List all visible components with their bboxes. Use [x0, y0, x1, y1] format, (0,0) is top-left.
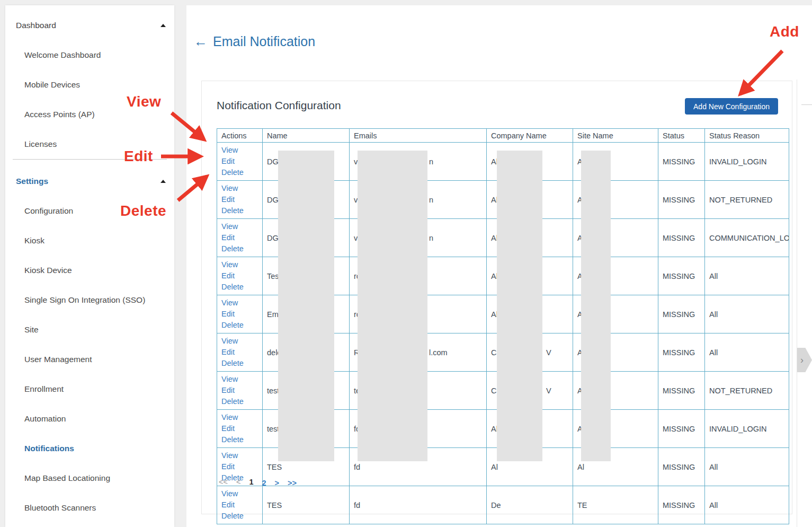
sidebar-section-label: Settings [16, 177, 48, 186]
status-reason-text: NOT_RETURNED [709, 387, 772, 395]
card-heading: Notification Configuration [217, 99, 341, 112]
sidebar-item-configuration[interactable]: Configuration [5, 196, 174, 226]
status-reason-cell: INVALID_LOGIN [705, 143, 789, 181]
view-link[interactable]: View [221, 488, 258, 499]
redaction-overlay-company [497, 151, 542, 461]
status-reason-cell: NOT_RETURNED [705, 372, 789, 410]
status-cell: MISSING [658, 219, 705, 257]
edit-link[interactable]: Edit [221, 347, 258, 358]
view-link[interactable]: View [221, 183, 258, 194]
sidebar-item-single-sign-on-integration-sso[interactable]: Single Sign On Integration (SSO) [5, 285, 174, 315]
site-cell: TE [573, 486, 658, 524]
actions-cell: ViewEditDelete [217, 372, 263, 410]
page-2[interactable]: 2 [262, 478, 266, 489]
edit-link[interactable]: Edit [221, 385, 258, 396]
company-text-suffix: V [546, 348, 551, 357]
sidebar-item-user-management[interactable]: User Management [5, 345, 174, 374]
delete-link[interactable]: Delete [221, 205, 258, 216]
page-next[interactable]: > [275, 478, 279, 489]
status-cell: MISSING [658, 257, 705, 295]
sidebar-item-enrollment[interactable]: Enrollment [5, 374, 174, 404]
chevron-up-icon[interactable] [160, 180, 166, 183]
emails-text-suffix: n [429, 234, 433, 242]
delete-link[interactable]: Delete [221, 243, 258, 254]
emails-text-suffix: n [429, 157, 433, 166]
sidebar-item-access-points-ap[interactable]: Access Points (AP) [5, 100, 174, 129]
sidebar-section-settings[interactable]: Settings [5, 166, 174, 196]
sidebar-item-kiosk-device[interactable]: Kiosk Device [5, 256, 174, 285]
edit-link[interactable]: Edit [221, 156, 258, 167]
edit-link[interactable]: Edit [221, 499, 258, 511]
page-prev: < [236, 478, 240, 489]
status-reason-text: INVALID_LOGIN [709, 157, 767, 166]
add-new-configuration-button[interactable]: Add New Configuration [685, 98, 778, 115]
edit-link[interactable]: Edit [221, 232, 258, 243]
page-1[interactable]: 1 [249, 478, 253, 489]
status-reason-cell: INVALID_LOGIN [705, 410, 789, 448]
company-text: De [491, 501, 501, 510]
edit-link[interactable]: Edit [221, 461, 258, 472]
delete-link[interactable]: Delete [221, 167, 258, 178]
delete-link[interactable]: Delete [221, 358, 258, 369]
sidebar-item-map-based-locationing[interactable]: Map Based Locationing [5, 463, 174, 493]
view-link[interactable]: View [221, 297, 258, 309]
redaction-overlay-emails [358, 151, 427, 461]
app-root: Dashboard Welcome DashboardMobile Device… [0, 0, 812, 527]
page-first: << [219, 478, 228, 489]
delete-link[interactable]: Delete [221, 511, 258, 522]
page-last[interactable]: >> [288, 478, 297, 489]
column-header: Site Name [573, 129, 658, 143]
site-text: Al [577, 463, 584, 471]
sidebar-item-mobile-devices[interactable]: Mobile Devices [5, 70, 174, 100]
view-link[interactable]: View [221, 374, 258, 385]
status-reason-text: All [709, 272, 718, 280]
redaction-overlay-name [278, 151, 334, 461]
sidebar-item-licenses[interactable]: Licenses [5, 129, 174, 159]
pagination: <<<12>>> [219, 478, 297, 489]
status-reason-text: NOT_RETURNED [709, 196, 772, 204]
chevron-up-icon[interactable] [160, 24, 166, 27]
edit-link[interactable]: Edit [221, 309, 258, 320]
view-link[interactable]: View [221, 221, 258, 232]
sidebar-item-notifications[interactable]: Notifications [5, 434, 174, 463]
view-link[interactable]: View [221, 145, 258, 156]
status-text: MISSING [663, 501, 695, 510]
delete-link[interactable]: Delete [221, 434, 258, 445]
sidebar-item-welcome-dashboard[interactable]: Welcome Dashboard [5, 40, 174, 70]
edit-link[interactable]: Edit [221, 194, 258, 205]
view-link[interactable]: View [221, 336, 258, 347]
view-link[interactable]: View [221, 259, 258, 270]
emails-text: fd [354, 463, 360, 471]
status-cell: MISSING [658, 372, 705, 410]
sidebar-item-kiosk[interactable]: Kiosk [5, 226, 174, 256]
status-text: MISSING [663, 387, 695, 395]
redaction-overlay-site [581, 151, 611, 461]
column-header: Name [263, 129, 350, 143]
sidebar-settings-items: ConfigurationKioskKiosk DeviceSingle Sig… [5, 196, 174, 523]
table-row: ViewEditDeleteTESfdDeTEMISSINGAll [217, 486, 789, 524]
edit-link[interactable]: Edit [221, 423, 258, 434]
sidebar-item-automation[interactable]: Automation [5, 404, 174, 434]
company-text-suffix: V [546, 387, 551, 395]
status-reason-cell: COMMUNICATION_LOST [705, 219, 789, 257]
status-reason-cell: All [705, 448, 789, 486]
column-header: Status [658, 129, 705, 143]
status-cell: MISSING [658, 295, 705, 333]
delete-link[interactable]: Delete [221, 282, 258, 293]
sidebar-section-dashboard[interactable]: Dashboard [5, 11, 174, 40]
sidebar-item-site[interactable]: Site [5, 315, 174, 345]
column-header: Emails [350, 129, 487, 143]
delete-link[interactable]: Delete [221, 320, 258, 331]
back-arrow-icon[interactable]: ← [194, 33, 208, 50]
edit-link[interactable]: Edit [221, 270, 258, 282]
delete-link[interactable]: Delete [221, 396, 258, 407]
scroll-right-button[interactable]: › [797, 348, 812, 372]
view-link[interactable]: View [221, 450, 258, 461]
status-reason-cell: All [705, 257, 789, 295]
sidebar-item-bluetooth-scanners[interactable]: Bluetooth Scanners [5, 493, 174, 523]
status-reason-text: All [709, 501, 718, 510]
view-link[interactable]: View [221, 412, 258, 423]
status-text: MISSING [663, 272, 695, 280]
name-text: TES [267, 463, 282, 471]
actions-cell: ViewEditDelete [217, 181, 263, 219]
